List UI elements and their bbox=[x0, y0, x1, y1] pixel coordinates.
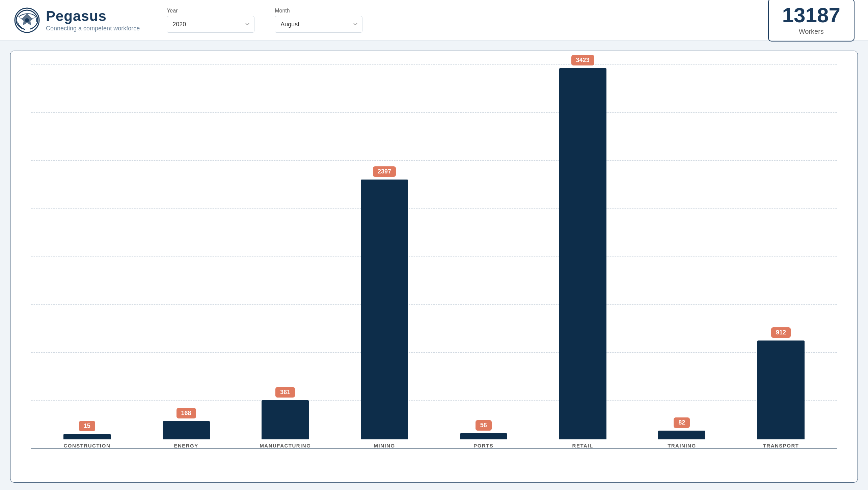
bar-value-badge: 56 bbox=[476, 420, 492, 431]
bar-group: 56PORTS bbox=[457, 420, 511, 448]
month-select[interactable]: JanuaryFebruaryMarchAprilMayJuneJulyAugu… bbox=[275, 16, 362, 33]
year-select[interactable]: 20182019202020212022 bbox=[167, 16, 254, 33]
x-axis-line bbox=[31, 448, 837, 448]
svg-point-1 bbox=[25, 18, 29, 22]
bar-rect bbox=[163, 421, 210, 439]
bar-rect bbox=[63, 434, 111, 439]
pegasus-logo-icon bbox=[13, 7, 40, 34]
header: Pegasus Connecting a competent workforce… bbox=[0, 0, 868, 40]
bar-value-badge: 912 bbox=[771, 327, 791, 338]
year-label: Year bbox=[167, 8, 254, 14]
bar-group: 2397MINING bbox=[357, 166, 411, 448]
month-filter-group: Month JanuaryFebruaryMarchAprilMayJuneJu… bbox=[275, 8, 362, 33]
year-filter-group: Year 20182019202020212022 bbox=[167, 8, 254, 33]
bar-value-badge: 15 bbox=[79, 421, 95, 431]
bar-rect bbox=[757, 341, 805, 439]
logo-tagline: Connecting a competent workforce bbox=[46, 25, 140, 32]
chart-area: 15CONSTRUCTION168ENERGY361MANUFACTURING2… bbox=[31, 64, 837, 462]
chart-container: 15CONSTRUCTION168ENERGY361MANUFACTURING2… bbox=[10, 51, 858, 483]
logo-text: Pegasus Connecting a competent workforce bbox=[46, 8, 140, 32]
bar-rect bbox=[460, 433, 507, 439]
bar-group: 912TRANSPORT bbox=[754, 327, 808, 448]
bar-group: 15CONSTRUCTION bbox=[60, 421, 114, 448]
logo-area: Pegasus Connecting a competent workforce bbox=[13, 7, 140, 34]
bars-row: 15CONSTRUCTION168ENERGY361MANUFACTURING2… bbox=[31, 64, 837, 448]
bar-value-badge: 168 bbox=[177, 408, 196, 418]
bar-rect bbox=[262, 400, 309, 439]
logo-name: Pegasus bbox=[46, 8, 140, 24]
bar-rect bbox=[559, 68, 606, 439]
bar-rect bbox=[361, 180, 408, 439]
bar-value-badge: 3423 bbox=[571, 55, 594, 65]
month-label: Month bbox=[275, 8, 362, 14]
bar-group: 82TRAINING bbox=[655, 417, 709, 448]
bar-group: 3423RETAIL bbox=[556, 55, 610, 448]
bar-group: 168ENERGY bbox=[159, 408, 213, 448]
workers-card: 13187 Workers bbox=[768, 0, 855, 42]
bar-value-badge: 82 bbox=[674, 417, 690, 428]
workers-count: 13187 bbox=[782, 5, 840, 26]
bar-group: 361MANUFACTURING bbox=[258, 387, 312, 448]
workers-label: Workers bbox=[782, 28, 840, 35]
bar-value-badge: 361 bbox=[275, 387, 295, 398]
bar-value-badge: 2397 bbox=[373, 166, 396, 177]
bar-rect bbox=[658, 431, 705, 439]
filters: Year 20182019202020212022 Month JanuaryF… bbox=[167, 8, 362, 33]
